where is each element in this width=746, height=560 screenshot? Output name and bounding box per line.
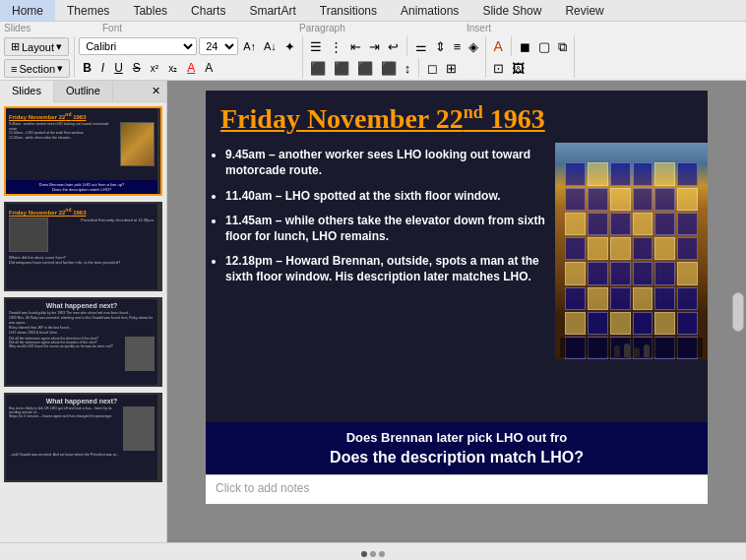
arrange-button[interactable]: ⧉ [555,38,570,55]
slide-thumb-2[interactable]: Friday November 22nd 1963 President Kenn… [4,202,162,291]
font-family-select[interactable]: Calibri [79,37,197,55]
slides-group-buttons: ⊞ Layout ▾ [4,36,70,57]
nav-dot-3[interactable] [379,551,385,557]
slide-panel: Slides Outline ✕ Friday November 22nd 19… [0,81,167,542]
bullet-1: 9.45am – another worker sees LHO looking… [225,148,545,178]
insert-row2: ⊡ 🖼 [490,58,569,78]
menu-smartart[interactable]: SmartArt [237,0,307,21]
smartart-convert-button[interactable]: ◈ [466,38,481,55]
bold-button[interactable]: B [79,59,95,77]
nav-dot-1[interactable] [361,551,367,557]
menu-slideshow[interactable]: Slide Show [470,0,553,21]
nav-dot-2[interactable] [370,551,376,557]
notes-area[interactable]: Click to add notes [206,474,708,504]
slides-label: Slides [4,23,83,33]
menu-transitions[interactable]: Transitions [308,0,389,21]
numbering-button[interactable]: ⋮ [327,38,345,55]
slide-scroll-handle[interactable] [732,292,744,332]
font-size-select[interactable]: 24 [199,37,238,55]
slide-1-preview: Friday November 22nd 1963 9.45am - anoth… [6,108,157,194]
ribbon-group-paragraph: ☰ ⋮ ⇤ ⇥ ↩ ⚌ ⇕ ≡ ◈ ⬛ ⬛ ⬛ ⬛ ↕ ◻ ⊞ [307,36,487,78]
slide-canvas-area: Friday November 22nd 1963 9.45am – anoth… [167,81,746,542]
menu-review[interactable]: Review [553,0,615,21]
highlight-button[interactable]: A [201,59,217,77]
slide-1-content: 9.45am - another worker sees LHO looking… [9,122,118,140]
shape-outline-button[interactable]: ▢ [535,38,553,55]
more-paragraph-button[interactable]: ⊞ [443,60,460,77]
slide-bottom-question1: Does Brennan later pick LHO out fro [216,430,698,445]
slide-4-preview: What happened next? Key text is likely t… [6,395,157,480]
font-grow-button[interactable]: A↑ [240,39,259,54]
indent-less-button[interactable]: ⇤ [347,38,364,55]
clear-format-button[interactable]: ✦ [281,38,298,55]
slide-4-content: Key text is likely to link UK LHO got of… [9,406,121,451]
underline-button[interactable]: U [110,59,127,77]
align-left-button[interactable]: ⬛ [307,60,329,77]
slide-2-photo-people [9,218,48,252]
insert-row1: A ◼ ▢ ⧉ [490,36,569,56]
paragraph-label: Paragraph [280,23,457,33]
slide-building-photo [555,143,708,359]
slide-navigation-dots [361,551,385,557]
slide-bottom-question2: Does the description match LHO? [216,449,698,467]
shadow-button[interactable]: ◻ [424,60,441,77]
columns-button[interactable]: ⚌ [412,38,430,55]
slide-1-title: Friday November 22nd 1963 [9,111,155,120]
bullets-button[interactable]: ☰ [307,38,325,55]
menu-animations[interactable]: Animations [389,0,470,21]
slide-1-bottom: Does Brennan later pick LHO out from a l… [6,180,157,194]
slide-thumb-1[interactable]: Friday November 22nd 1963 9.45am - anoth… [4,106,162,196]
slide-3-preview: What happened next? Oswald was found gui… [6,299,157,385]
slides-tab[interactable]: Slides [0,81,54,102]
people-silhouettes [560,338,703,357]
paragraph-row2: ⬛ ⬛ ⬛ ⬛ ↕ ◻ ⊞ [307,58,482,78]
menu-themes[interactable]: Themes [55,0,121,21]
slide-4-footer: ...until Oswald was arrested. And we kno… [9,453,155,457]
font-color-button[interactable]: A [183,59,199,77]
layout-icon: ⊞ [11,40,20,53]
font-color2-button[interactable]: A [490,37,505,55]
rtl-button[interactable]: ↩ [385,38,402,55]
slide-thumb-3[interactable]: What happened next? Oswald was found gui… [4,297,162,387]
slide-thumb-4[interactable]: What happened next? Key text is likely t… [4,393,162,482]
shape-fill-button[interactable]: ◼ [517,38,533,55]
more-insert-button[interactable]: ⊡ [490,60,507,77]
indent-more-button[interactable]: ⇥ [366,38,383,55]
layout-dropdown-icon: ▾ [56,40,62,53]
menu-tables[interactable]: Tables [121,0,179,21]
picture-button[interactable]: 🖼 [509,60,528,77]
justify-button[interactable]: ⬛ [378,60,400,77]
align-center-button[interactable]: ⬛ [331,60,352,77]
bullet-4: 12.18pm – Howard Brennan, outside, spots… [225,254,545,284]
strikethrough-button[interactable]: S [129,59,145,77]
align-text-button[interactable]: ≡ [451,38,465,55]
menu-charts[interactable]: Charts [179,0,237,21]
menu-home[interactable]: Home [0,0,55,21]
panel-close-button[interactable]: ✕ [146,81,166,101]
font-shrink-button[interactable]: A↓ [261,39,280,54]
ribbon-groups: ⊞ Layout ▾ ≡ Section ▾ Calibri 2 [0,34,746,80]
text-direction-button[interactable]: ⇕ [432,38,449,55]
notes-placeholder: Click to add notes [216,481,309,495]
slide-content-area: 9.45am – another worker sees LHO looking… [206,143,708,359]
insert-label: Insert [457,23,491,33]
font-group-row2: B I U S x² x₂ A A [79,58,298,78]
slide-list: Friday November 22nd 1963 9.45am - anoth… [0,102,166,542]
subscript-button[interactable]: x₂ [164,61,181,76]
active-slide[interactable]: Friday November 22nd 1963 9.45am – anoth… [206,91,708,474]
ribbon-group-font: Calibri 24 A↑ A↓ ✦ B I U S x² x₂ A A [79,36,303,78]
panel-tabs: Slides Outline ✕ [0,81,166,102]
slide-1-photo [120,122,155,166]
font-group-row1: Calibri 24 A↑ A↓ ✦ [79,36,298,56]
outline-tab[interactable]: Outline [54,81,113,101]
layout-button[interactable]: ⊞ Layout ▾ [4,37,69,56]
ribbon-group-slides: ⊞ Layout ▾ ≡ Section ▾ [4,36,75,78]
align-right-button[interactable]: ⬛ [354,60,376,77]
slide-bullets-list: 9.45am – another worker sees LHO looking… [206,143,555,359]
slide-3-question: Did all the witnesses agree about the di… [9,337,123,371]
superscript-button[interactable]: x² [147,61,162,76]
line-spacing-button[interactable]: ↕ [402,60,414,77]
main-area: Slides Outline ✕ Friday November 22nd 19… [0,81,746,542]
section-button[interactable]: ≡ Section ▾ [4,59,70,78]
italic-button[interactable]: I [97,59,108,77]
